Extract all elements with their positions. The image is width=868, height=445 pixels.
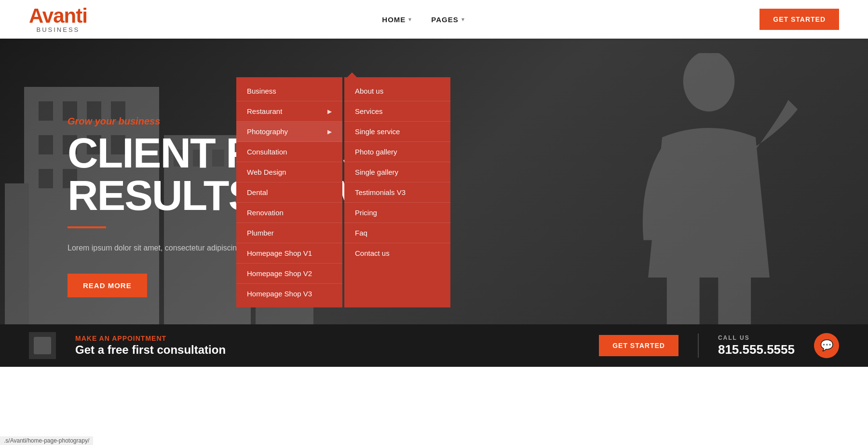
dropdown-item-restaurant[interactable]: Restaurant ▶ [236, 101, 342, 122]
dropdown-item-shop-v2[interactable]: Homepage Shop V2 [236, 264, 342, 284]
dropdown-item-business[interactable]: Business [236, 81, 342, 101]
nav-home-chevron: ▾ [408, 16, 412, 23]
restaurant-arrow: ▶ [327, 108, 332, 115]
call-number: 815.555.5555 [718, 342, 795, 357]
hero-section: Grow your business CLIENT FOCUS RESULTS … [0, 39, 868, 367]
appointment-label: Make an appointment [75, 334, 580, 342]
header: Avanti BUSINESS HOME ▾ PAGES ▾ GET START… [0, 0, 868, 39]
dropdown-sub-pricing[interactable]: Pricing [344, 203, 450, 223]
appointment-icon [29, 332, 56, 359]
chat-button[interactable]: 💬 [814, 333, 839, 358]
navigation: HOME ▾ PAGES ▾ [382, 11, 464, 28]
dropdown-sub-faq[interactable]: Faq [344, 223, 450, 243]
dropdown-item-shop-v1[interactable]: Homepage Shop V1 [236, 243, 342, 264]
dropdown-sub-about[interactable]: About us [344, 81, 450, 101]
logo: Avanti BUSINESS [29, 6, 87, 33]
appointment-text-block: Make an appointment Get a free first con… [75, 334, 580, 357]
dropdown-sub-single-gallery[interactable]: Single gallery [344, 162, 450, 182]
svg-rect-12 [39, 169, 53, 188]
dropdown-sub-single-service[interactable]: Single service [344, 122, 450, 142]
dropdown-sub-testimonials[interactable]: Testimonials V3 [344, 182, 450, 203]
dropdown-sub-column: About us Services Single service Photo g… [344, 77, 450, 307]
bottom-get-started-button[interactable]: GET STARTED [599, 335, 678, 356]
photography-arrow: ▶ [327, 128, 332, 135]
bottom-bar-divider [698, 334, 699, 358]
dropdown-main-column: Business Restaurant ▶ Photography ▶ Cons… [236, 77, 342, 307]
svg-rect-4 [39, 101, 53, 121]
nav-pages-chevron: ▾ [461, 16, 465, 23]
bottom-bar: Make an appointment Get a free first con… [0, 324, 868, 367]
appointment-title: Get a free first consultation [75, 343, 580, 357]
svg-rect-8 [39, 135, 53, 154]
call-section: CALL US 815.555.5555 [718, 334, 795, 357]
logo-name: Avanti [29, 6, 87, 26]
dropdown-item-consultation[interactable]: Consultation [236, 142, 342, 162]
hero-divider [68, 226, 106, 228]
home-dropdown-menu: Business Restaurant ▶ Photography ▶ Cons… [236, 77, 450, 307]
nav-pages-label: PAGES [431, 15, 458, 24]
logo-tagline: BUSINESS [37, 26, 80, 33]
read-more-button[interactable]: READ MORE [68, 274, 147, 297]
dropdown-sub-photo-gallery[interactable]: Photo gallery [344, 142, 450, 162]
svg-point-17 [683, 53, 735, 111]
dropdown-item-plumber[interactable]: Plumber [236, 223, 342, 243]
header-get-started-button[interactable]: GET STARTED [760, 9, 839, 30]
nav-home[interactable]: HOME ▾ [382, 11, 412, 28]
dropdown-item-dental[interactable]: Dental [236, 182, 342, 203]
dropdown-item-renovation[interactable]: Renovation [236, 203, 342, 223]
call-label: CALL US [718, 334, 795, 341]
dropdown-sub-contact[interactable]: Contact us [344, 243, 450, 263]
browser-url-bar: .s/Avanti/home-page-photograpy/ [0, 436, 93, 445]
dropdown-item-webdesign[interactable]: Web Design [236, 162, 342, 182]
hero-person-silhouette [608, 53, 810, 352]
nav-pages[interactable]: PAGES ▾ [431, 11, 464, 28]
appointment-icon-inner [34, 337, 51, 354]
dropdown-item-photography[interactable]: Photography ▶ [236, 122, 342, 142]
chat-icon: 💬 [820, 339, 833, 352]
dropdown-item-shop-v3[interactable]: Homepage Shop V3 [236, 284, 342, 304]
dropdown-sub-services[interactable]: Services [344, 101, 450, 122]
nav-home-label: HOME [382, 15, 406, 24]
